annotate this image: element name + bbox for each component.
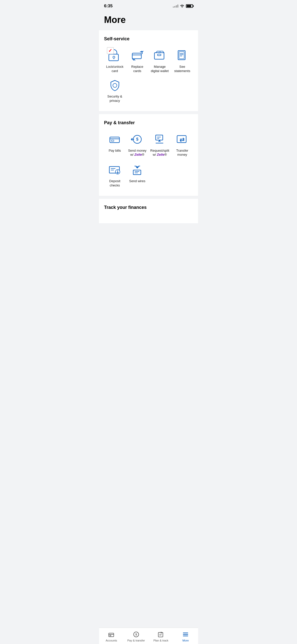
self-service-title: Self-service — [104, 36, 193, 42]
see-statements-icon — [175, 49, 190, 62]
svg-rect-13 — [111, 140, 114, 141]
deposit-checks-item[interactable]: Depositchecks — [104, 162, 125, 189]
track-finances-title: Track your finances — [104, 205, 193, 210]
self-service-grid: Lock/unlockcard Replace cards — [104, 48, 193, 104]
transfer-money-item[interactable]: Transfermoney — [172, 132, 193, 158]
svg-point-1 — [113, 56, 115, 58]
lock-unlock-card-item[interactable]: Lock/unlockcard — [104, 48, 125, 74]
transfer-money-label: Transfermoney — [176, 149, 188, 157]
manage-wallet-label: Managedigital wallet — [151, 65, 169, 73]
zelle-brand-2: Zelle — [157, 153, 164, 156]
replace-cards-item[interactable]: Replace cards — [126, 48, 148, 74]
pay-bills-label: Pay bills — [109, 149, 121, 153]
lock-unlock-icon — [107, 49, 122, 62]
send-money-zelle-item[interactable]: $ Send moneyw/ Zelle® — [126, 132, 148, 158]
pay-transfer-section: Pay & transfer Pay bills $ — [99, 114, 198, 196]
manage-wallet-item[interactable]: Managedigital wallet — [149, 48, 171, 74]
svg-point-10 — [113, 83, 117, 87]
see-statements-item[interactable]: Seestatements — [172, 48, 193, 74]
self-service-section: Self-service Lock/unlockcard — [99, 30, 198, 111]
page-title-area: More — [99, 11, 198, 30]
replace-cards-icon — [130, 49, 145, 62]
see-statements-label: Seestatements — [174, 65, 190, 73]
security-privacy-icon — [107, 78, 122, 92]
svg-rect-6 — [179, 52, 184, 59]
transfer-money-icon — [175, 133, 190, 146]
security-privacy-label: Security &privacy — [107, 94, 122, 103]
svg-text:$: $ — [136, 137, 138, 141]
red-check-overlay — [107, 47, 114, 54]
send-wires-label: Send wires — [129, 179, 145, 183]
zelle-brand-1: Zelle — [135, 153, 142, 156]
request-split-zelle-item[interactable]: Request/splitw/ Zelle® — [149, 132, 171, 158]
send-money-zelle-label: Send moneyw/ Zelle® — [128, 149, 146, 157]
pay-transfer-title: Pay & transfer — [104, 120, 193, 125]
deposit-checks-label: Depositchecks — [109, 179, 120, 188]
battery-icon — [186, 4, 193, 8]
svg-rect-19 — [156, 135, 163, 140]
replace-cards-label: Replace cards — [127, 65, 147, 73]
status-bar: 6:35 — [99, 0, 198, 11]
status-time: 6:35 — [104, 4, 113, 9]
pay-transfer-grid: Pay bills $ Send moneyw/ Zelle® — [104, 132, 193, 189]
content: Self-service Lock/unlockcard — [99, 30, 198, 251]
send-wires-item[interactable]: Send wires — [126, 162, 148, 189]
send-money-zelle-icon: $ — [130, 133, 145, 146]
request-split-zelle-icon — [152, 133, 167, 146]
security-privacy-item[interactable]: Security &privacy — [104, 77, 125, 104]
svg-rect-33 — [133, 170, 141, 175]
lock-unlock-label: Lock/unlockcard — [106, 65, 123, 73]
status-icons — [173, 4, 193, 8]
pay-bills-icon — [107, 133, 122, 146]
svg-rect-0 — [109, 54, 118, 61]
request-split-zelle-label: Request/splitw/ Zelle® — [150, 149, 169, 157]
page-title: More — [104, 15, 193, 25]
pay-bills-item[interactable]: Pay bills — [104, 132, 125, 158]
track-finances-section: Track your finances — [99, 199, 198, 223]
svg-rect-3 — [132, 53, 141, 59]
svg-rect-11 — [110, 137, 119, 143]
signal-icon — [173, 5, 178, 8]
deposit-checks-icon — [107, 163, 122, 177]
manage-wallet-icon — [152, 49, 167, 62]
wifi-icon — [180, 4, 184, 8]
send-wires-icon — [130, 163, 145, 177]
